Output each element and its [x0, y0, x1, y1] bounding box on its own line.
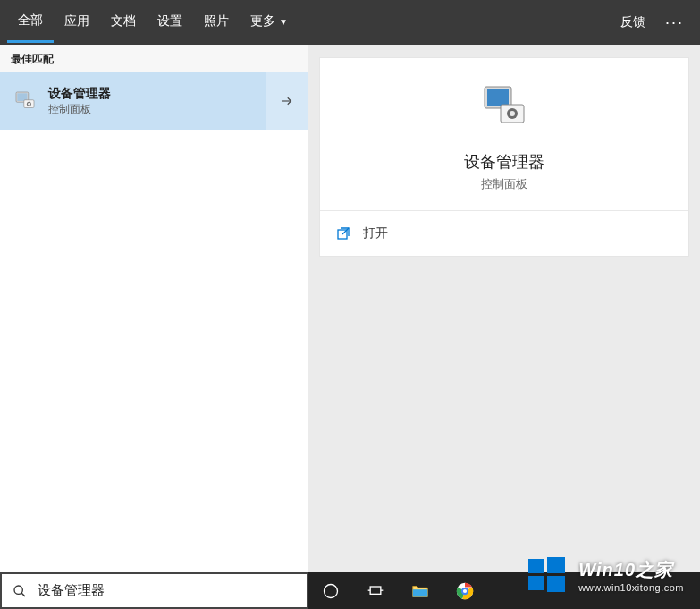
options-menu-button[interactable]: ···: [656, 0, 693, 45]
search-content: 最佳匹配 设备管理器 控制面板: [0, 45, 700, 572]
chrome-icon: [455, 581, 475, 601]
svg-point-15: [325, 584, 338, 597]
tab-documents[interactable]: 文档: [100, 0, 147, 43]
detail-title: 设备管理器: [329, 151, 679, 173]
result-title: 设备管理器: [48, 86, 111, 102]
cortana-icon: [322, 582, 340, 600]
detail-card: 设备管理器 控制面板 打开: [319, 57, 689, 257]
tab-label: 全部: [18, 13, 43, 29]
svg-rect-19: [413, 589, 428, 596]
svg-line-14: [21, 593, 25, 596]
detail-header: 设备管理器 控制面板: [320, 58, 688, 211]
result-expand-button[interactable]: [266, 72, 308, 130]
svg-rect-7: [487, 89, 509, 106]
action-label: 打开: [363, 225, 388, 241]
search-tabs: 全部 应用 文档 设置 照片 更多 ▼ 反馈 ···: [0, 0, 700, 45]
search-bar[interactable]: [0, 572, 308, 609]
tab-apps[interactable]: 应用: [54, 0, 100, 43]
search-input[interactable]: [38, 583, 296, 598]
tab-label: 应用: [64, 13, 89, 30]
chevron-down-icon: ▼: [279, 17, 288, 27]
detail-panel: 设备管理器 控制面板 打开: [308, 45, 700, 572]
tab-label: 更多: [250, 13, 275, 30]
tab-settings[interactable]: 设置: [147, 0, 193, 43]
detail-subtitle: 控制面板: [329, 176, 679, 192]
cortana-button[interactable]: [308, 572, 353, 609]
device-manager-icon: [476, 80, 533, 137]
open-icon: [336, 226, 350, 241]
tab-all[interactable]: 全部: [7, 0, 54, 43]
tab-more[interactable]: 更多 ▼: [240, 0, 299, 43]
file-explorer-icon: [410, 581, 430, 601]
feedback-link[interactable]: 反馈: [610, 0, 656, 45]
tab-photos[interactable]: 照片: [193, 0, 240, 43]
svg-line-12: [342, 228, 349, 234]
feedback-label: 反馈: [620, 14, 645, 30]
result-subtitle: 控制面板: [48, 102, 111, 117]
arrow-right-icon: [279, 93, 295, 109]
tab-label: 照片: [204, 13, 229, 30]
results-panel: 最佳匹配 设备管理器 控制面板: [0, 45, 308, 572]
chrome-button[interactable]: [443, 572, 487, 609]
svg-point-4: [28, 103, 30, 106]
ellipsis-icon: ···: [665, 13, 684, 32]
svg-point-10: [510, 111, 515, 116]
section-best-match: 最佳匹配: [0, 45, 308, 72]
tab-label: 设置: [157, 13, 182, 30]
result-text: 设备管理器 控制面板: [48, 86, 111, 117]
result-device-manager[interactable]: 设备管理器 控制面板: [0, 72, 308, 130]
svg-point-13: [14, 586, 22, 594]
action-open[interactable]: 打开: [320, 211, 688, 256]
svg-point-22: [463, 588, 467, 592]
taskbar: [308, 572, 700, 609]
device-manager-icon: [9, 85, 41, 117]
tab-label: 文档: [111, 13, 136, 30]
task-view-icon: [367, 582, 384, 600]
file-explorer-button[interactable]: [398, 572, 443, 609]
search-icon: [13, 584, 27, 598]
task-view-button[interactable]: [353, 572, 398, 609]
svg-rect-16: [370, 587, 381, 594]
